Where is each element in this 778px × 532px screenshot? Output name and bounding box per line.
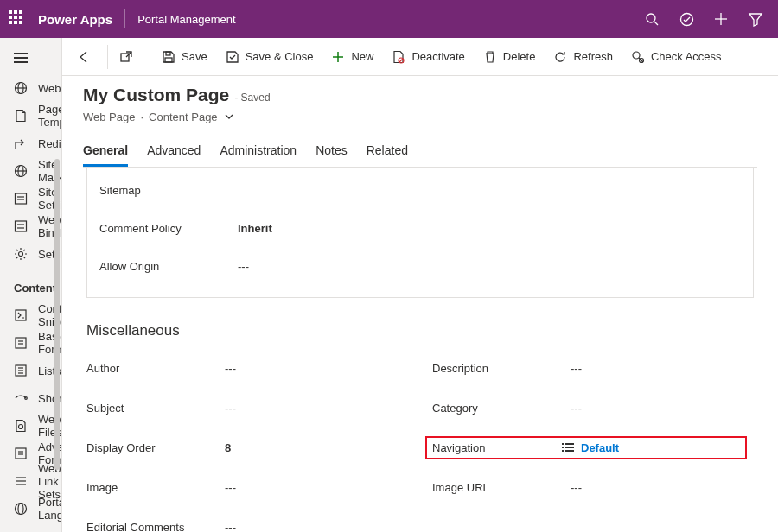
tab-notes[interactable]: Notes (316, 136, 348, 167)
language-icon (14, 501, 28, 516)
field-value[interactable]: --- (225, 362, 398, 375)
new-button[interactable]: New (322, 38, 382, 76)
nav-web-files[interactable]: Web Files (0, 412, 61, 440)
nav-redirects[interactable]: Redirects (0, 130, 61, 157)
form-icon (14, 335, 28, 351)
snippet-icon (14, 307, 28, 323)
field-value[interactable]: --- (571, 362, 743, 375)
refresh-button[interactable]: Refresh (544, 38, 622, 76)
check-access-button[interactable]: Check Access (622, 38, 730, 76)
linkset-icon (14, 473, 28, 489)
back-button[interactable] (67, 38, 105, 76)
page-title: My Custom Page (83, 85, 229, 105)
globe-icon (14, 163, 28, 179)
divider (107, 45, 108, 69)
navigation-field-highlight: Navigation Default (425, 436, 747, 459)
nav-page-templates[interactable]: Page Templates (0, 102, 61, 130)
plus-icon (330, 49, 346, 65)
form-body: Sitemap Comment PolicyInherit Allow Orig… (62, 168, 778, 532)
tab-related[interactable]: Related (367, 136, 408, 167)
delete-button[interactable]: Delete (474, 38, 545, 76)
section-title: Miscellaneous (86, 322, 754, 339)
nav-website-bindings[interactable]: Website Bindings (0, 212, 61, 240)
field-label: Display Order (86, 441, 225, 454)
tab-administration[interactable]: Administration (220, 136, 297, 167)
cmd-label: Delete (503, 50, 536, 63)
field-label: Editorial Comments (86, 521, 225, 533)
search-icon[interactable] (635, 0, 669, 38)
nav-basic-forms[interactable]: Basic Forms (0, 329, 61, 357)
page-icon (14, 108, 28, 124)
field-label: Image (86, 481, 225, 494)
cmd-label: Check Access (651, 50, 722, 63)
svg-line-1 (654, 22, 658, 25)
tab-advanced[interactable]: Advanced (147, 136, 201, 167)
nav-scrollbar[interactable] (54, 159, 60, 470)
app-launcher-icon[interactable] (9, 10, 26, 28)
nav-collapse-button[interactable] (0, 41, 61, 74)
deactivate-button[interactable]: Deactivate (382, 38, 473, 76)
nav-portal-languages[interactable]: Portal Languages (0, 495, 61, 522)
list-icon (14, 363, 28, 378)
svg-rect-36 (121, 54, 129, 61)
field-label: Comment Policy (99, 222, 238, 235)
trash-icon (482, 49, 498, 65)
field-label: Description (432, 362, 571, 375)
refresh-icon (552, 49, 568, 65)
nav-site-settings[interactable]: Site Settings (0, 185, 61, 212)
divider (124, 10, 125, 28)
file-icon (14, 418, 28, 434)
field-label: Allow Origin (99, 260, 238, 273)
form-selector[interactable]: Content Page (149, 111, 218, 124)
field-value[interactable]: --- (225, 481, 398, 494)
field-value[interactable]: --- (225, 521, 398, 533)
navigation-lookup-value[interactable]: Default (581, 441, 754, 454)
entity-name: Web Page (83, 111, 135, 124)
field-value[interactable]: --- (571, 402, 743, 415)
svg-point-26 (25, 397, 28, 400)
tab-general[interactable]: General (83, 136, 128, 167)
command-bar: Save Save & Close New Deactivate Delete … (62, 38, 778, 76)
svg-point-17 (19, 252, 23, 256)
adv-form-icon (14, 446, 28, 461)
field-value[interactable]: --- (571, 481, 743, 494)
section-top: Sitemap Comment PolicyInherit Allow Orig… (86, 168, 754, 298)
popout-icon (118, 49, 134, 65)
field-value[interactable]: --- (238, 260, 411, 273)
open-new-window-button[interactable] (110, 38, 148, 76)
nav-content-snippets[interactable]: Content Snippets (0, 301, 61, 329)
field-value[interactable]: Inherit (238, 222, 411, 235)
filter-icon[interactable] (738, 0, 773, 38)
bindings-icon (14, 218, 28, 234)
cmd-label: Deactivate (411, 50, 464, 63)
add-icon[interactable] (704, 0, 738, 38)
nav-settings[interactable]: Settings (0, 240, 61, 268)
svg-rect-37 (166, 52, 170, 55)
save-status: - Saved (234, 92, 270, 104)
cmd-label: New (351, 50, 373, 63)
save-close-button[interactable]: Save & Close (216, 38, 322, 76)
svg-rect-14 (16, 221, 27, 231)
chevron-down-icon[interactable] (221, 109, 237, 124)
nav-shortcuts[interactable]: Shortcuts (0, 384, 61, 412)
separator-dot: · (140, 111, 143, 124)
field-label: Sitemap (99, 184, 238, 197)
nav-lists[interactable]: Lists (0, 357, 61, 384)
nav-web-link-sets[interactable]: Web Link Sets (0, 467, 61, 495)
field-value[interactable]: --- (225, 402, 398, 415)
redirect-icon (14, 136, 28, 151)
nav-site-markers[interactable]: Site Markers (0, 157, 61, 185)
settings-list-icon (14, 191, 28, 206)
task-icon[interactable] (669, 0, 704, 38)
form-tabs: General Advanced Administration Notes Re… (83, 136, 757, 168)
cmd-label: Save & Close (246, 50, 314, 63)
globe-icon (14, 80, 28, 96)
field-value[interactable]: 8 (225, 441, 398, 454)
nav-label: Websites (38, 82, 62, 95)
site-nav: Websites Page Templates Redirects Site M… (0, 38, 62, 532)
nav-websites[interactable]: Websites (0, 74, 61, 102)
svg-point-43 (633, 52, 640, 59)
save-button[interactable]: Save (152, 38, 216, 76)
save-icon (161, 49, 176, 65)
svg-point-27 (19, 425, 23, 429)
